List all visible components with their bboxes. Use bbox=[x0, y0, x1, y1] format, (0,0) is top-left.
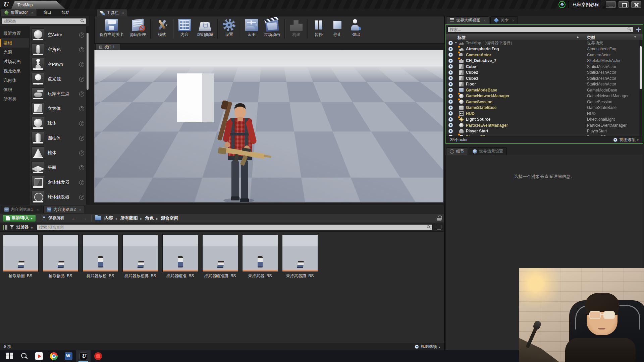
outliner-row[interactable]: TestMap （编辑器中运行） 世界场景 bbox=[446, 40, 643, 46]
toolbar-button[interactable]: 弹出 bbox=[347, 18, 366, 39]
minimize-button[interactable] bbox=[606, 1, 616, 8]
folder-icon[interactable] bbox=[95, 216, 101, 220]
asset-tile[interactable]: 拾取动画_BS bbox=[2, 234, 39, 279]
scrollbar-thumb[interactable] bbox=[87, 33, 89, 90]
outliner-row[interactable]: CameraActor CameraActor bbox=[446, 52, 643, 58]
chrome-icon[interactable] bbox=[50, 352, 58, 360]
outliner-row[interactable]: Light Source DirectionalLight bbox=[446, 117, 643, 123]
outliner-row[interactable]: CH_Detective_7 SkeletalMeshActor bbox=[446, 58, 643, 64]
toolbar-button[interactable] bbox=[284, 19, 285, 39]
sort-desc-icon[interactable]: ▼ bbox=[634, 35, 637, 39]
tab-viewport[interactable]: 视口 1 bbox=[96, 44, 120, 50]
visibility-eye-icon[interactable] bbox=[448, 99, 453, 104]
media-player-icon[interactable] bbox=[35, 352, 43, 360]
outliner-row[interactable]: ParticleEventManager ParticleEventManage… bbox=[446, 122, 643, 128]
asset-tile[interactable]: 未持武器蹲_BS bbox=[281, 234, 318, 279]
toolbar-button[interactable]: 蓝图 bbox=[242, 18, 261, 39]
category-item[interactable]: 基础 bbox=[0, 38, 29, 48]
menu-item[interactable]: 窗口 bbox=[39, 9, 56, 16]
category-item[interactable]: 最近放置 bbox=[0, 29, 29, 38]
asset-tile[interactable]: 持武器放松蹲_BS bbox=[122, 234, 159, 279]
sort-asc-icon[interactable]: ▲ bbox=[576, 35, 579, 39]
chevron-down-icon[interactable] bbox=[166, 24, 169, 27]
column-type[interactable]: 类型 bbox=[587, 35, 595, 41]
toolbar-button[interactable]: 停止 bbox=[328, 18, 347, 39]
outliner-row[interactable]: HUD HUD bbox=[446, 111, 643, 117]
category-item[interactable]: 几何体 bbox=[0, 76, 29, 85]
outliner-row[interactable]: Atmospheric Fog AtmosphericFog bbox=[446, 46, 643, 52]
visibility-eye-icon[interactable] bbox=[448, 64, 453, 69]
start-icon[interactable] bbox=[6, 352, 13, 360]
visibility-eye-icon[interactable] bbox=[448, 134, 453, 136]
close-button[interactable] bbox=[631, 1, 641, 8]
outliner-row[interactable]: Player Start PlayerStart bbox=[446, 128, 643, 134]
close-tab-icon[interactable] bbox=[30, 10, 33, 15]
outliner-scrollbar[interactable] bbox=[639, 40, 642, 136]
outliner-row[interactable]: Cube2 StaticMeshActor bbox=[446, 70, 643, 76]
tab-world-outliner[interactable]: 世界大纲视图 bbox=[446, 16, 489, 24]
breadcrumb-item[interactable]: 所有蓝图 bbox=[120, 215, 138, 221]
category-item[interactable]: 视觉效果 bbox=[0, 66, 29, 76]
category-item[interactable]: 光源 bbox=[0, 48, 29, 57]
chevron-down-icon[interactable] bbox=[31, 224, 33, 230]
chevron-down-icon[interactable] bbox=[233, 24, 236, 27]
visibility-eye-icon[interactable] bbox=[448, 41, 453, 46]
visibility-eye-icon[interactable] bbox=[448, 129, 453, 134]
scrollbar-thumb[interactable] bbox=[640, 46, 642, 89]
taskbar-button[interactable] bbox=[61, 350, 76, 362]
asset-tile[interactable]: 持武器瞄准蹲_BS bbox=[202, 234, 238, 279]
help-icon[interactable] bbox=[79, 195, 84, 200]
help-icon[interactable] bbox=[79, 165, 84, 170]
chevron-down-icon[interactable] bbox=[300, 24, 303, 27]
place-panel-scrollbar[interactable] bbox=[86, 26, 89, 205]
toolbar-button[interactable]: 保存当前关卡 bbox=[97, 18, 127, 39]
class-search-input[interactable] bbox=[2, 18, 86, 24]
toolbar-button[interactable]: 过场动画 bbox=[261, 18, 283, 39]
help-icon[interactable] bbox=[79, 33, 84, 38]
close-tab-icon[interactable] bbox=[511, 18, 514, 23]
tab-levels[interactable]: 关卡 bbox=[490, 16, 518, 24]
visibility-eye-icon[interactable] bbox=[448, 58, 453, 63]
visibility-eye-icon[interactable] bbox=[448, 87, 453, 93]
forward-arrow-icon[interactable]: → bbox=[81, 215, 88, 221]
placeable-actor-item[interactable]: 球体 bbox=[30, 116, 86, 131]
placeable-actor-item[interactable]: 圆柱体 bbox=[30, 131, 86, 145]
toolbar-button[interactable]: 暂停 bbox=[309, 18, 328, 39]
help-icon[interactable] bbox=[79, 47, 84, 52]
toolbar-button[interactable]: 源码管理 bbox=[127, 18, 149, 39]
breadcrumb-item[interactable]: 混合空间 bbox=[161, 215, 178, 221]
save-all-button[interactable]: 保存所有 bbox=[39, 215, 67, 222]
help-icon[interactable] bbox=[79, 136, 84, 141]
lock-icon[interactable] bbox=[437, 216, 441, 221]
outliner-row[interactable]: Player_BP Player_BP bbox=[446, 134, 643, 136]
save-search-icon[interactable] bbox=[437, 225, 441, 230]
toolbar-button[interactable]: 设置 bbox=[220, 18, 238, 39]
taskbar-button[interactable] bbox=[17, 350, 32, 362]
visibility-eye-icon[interactable] bbox=[448, 117, 453, 122]
asset-tile[interactable]: 持武器放松_BS bbox=[82, 234, 119, 279]
tab-content-browser-1[interactable]: 内容浏览器1 bbox=[1, 206, 42, 213]
search-icon[interactable] bbox=[20, 352, 28, 360]
asset-tile[interactable]: 未持武器_BS bbox=[241, 234, 278, 279]
toolbar-button[interactable] bbox=[307, 19, 308, 39]
close-tab-icon[interactable] bbox=[121, 11, 124, 15]
restore-button[interactable] bbox=[619, 1, 629, 8]
close-tab-icon[interactable] bbox=[482, 18, 486, 23]
visibility-eye-icon[interactable] bbox=[448, 111, 453, 116]
asset-tile[interactable]: 持武器瞄准_BS bbox=[162, 234, 199, 279]
visibility-eye-icon[interactable] bbox=[448, 47, 453, 52]
visibility-eye-icon[interactable] bbox=[448, 94, 453, 99]
visibility-eye-icon[interactable] bbox=[448, 70, 453, 75]
filter-label[interactable]: 过滤器 bbox=[16, 224, 29, 230]
taskbar-button[interactable] bbox=[2, 350, 17, 362]
placeable-actor-item[interactable]: 点光源 bbox=[30, 72, 86, 86]
category-item[interactable]: 体积 bbox=[0, 85, 29, 95]
breadcrumb-item[interactable]: 内容 bbox=[104, 215, 113, 221]
add-import-button[interactable]: 添加/导入 bbox=[3, 215, 36, 222]
breadcrumb-item[interactable]: 角色 bbox=[145, 215, 154, 221]
help-icon[interactable] bbox=[79, 180, 84, 185]
asset-tile[interactable]: 拾取物品_BS bbox=[42, 234, 79, 279]
level-title-tab[interactable]: TestMap bbox=[11, 1, 65, 9]
visibility-eye-icon[interactable] bbox=[448, 105, 453, 110]
placeable-actor-item[interactable]: 立方体 bbox=[30, 101, 86, 116]
